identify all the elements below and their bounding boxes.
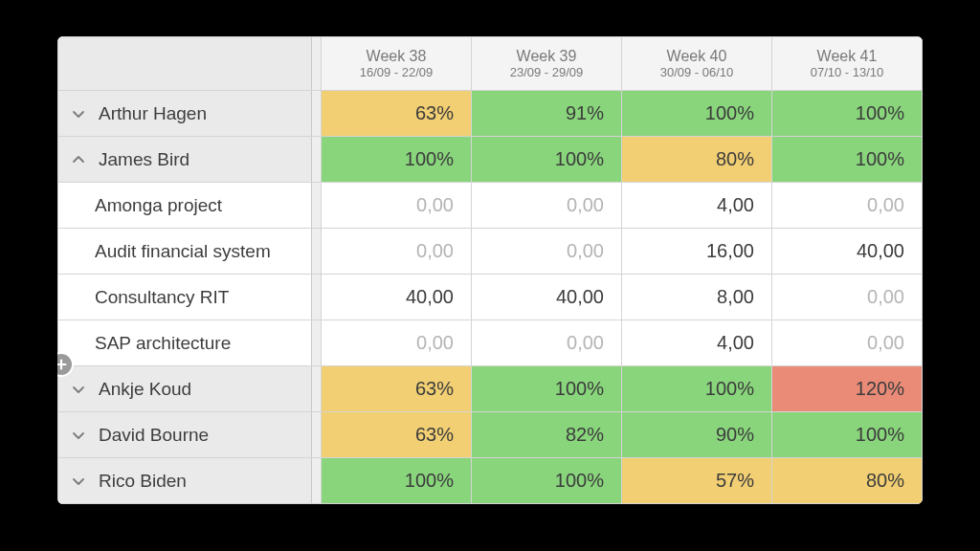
utilization-cell[interactable]: 100% <box>622 91 772 137</box>
person-name-label: Ankje Koud <box>99 379 191 400</box>
person-name-cell[interactable]: Rico Biden <box>58 458 312 504</box>
capacity-table: Week 38 16/09 - 22/09 Week 39 23/09 - 29… <box>57 36 923 504</box>
utilization-cell[interactable]: 100% <box>472 366 622 412</box>
project-name-label: Audit financial system <box>68 241 271 262</box>
person-row: Ankje Koud63%100%100%120% <box>58 366 923 412</box>
row-gutter <box>312 183 322 229</box>
hours-cell[interactable]: 0,00 <box>472 229 622 275</box>
person-name-cell[interactable]: David Bourne <box>58 412 312 458</box>
hours-cell[interactable]: 0,00 <box>772 275 923 320</box>
utilization-cell[interactable]: 100% <box>472 137 622 183</box>
hours-cell[interactable]: 0,00 <box>322 320 472 366</box>
hours-cell[interactable]: 8,00 <box>622 275 772 320</box>
hours-cell[interactable]: 0,00 <box>322 229 472 275</box>
chevron-down-icon[interactable] <box>68 425 89 446</box>
person-name-label: David Bourne <box>99 425 209 446</box>
hours-cell[interactable]: 4,00 <box>622 320 772 366</box>
header-week-2[interactable]: Week 40 30/09 - 06/10 <box>622 37 772 91</box>
person-name-label: Rico Biden <box>99 471 187 492</box>
person-row: Rico Biden100%100%57%80% <box>58 458 923 504</box>
project-row: Amonga project0,000,004,000,00 <box>58 183 923 229</box>
project-row: Consultancy RIT40,0040,008,000,00 <box>58 275 923 320</box>
person-name-cell[interactable]: Arthur Hagen <box>58 91 312 137</box>
capacity-planning-panel: Week 38 16/09 - 22/09 Week 39 23/09 - 29… <box>57 36 923 504</box>
utilization-cell[interactable]: 82% <box>472 412 622 458</box>
row-gutter <box>312 275 322 320</box>
row-gutter <box>312 366 322 412</box>
person-row: Arthur Hagen63%91%100%100% <box>58 91 923 137</box>
person-name-cell[interactable]: Ankje Koud <box>58 366 312 412</box>
header-name-column <box>58 37 312 91</box>
row-gutter <box>312 91 322 137</box>
project-name-cell: Amonga project <box>58 183 312 229</box>
person-name-label: James Bird <box>99 149 189 170</box>
hours-cell[interactable]: 0,00 <box>772 183 923 229</box>
row-gutter <box>312 229 322 275</box>
utilization-cell[interactable]: 80% <box>622 137 772 183</box>
row-gutter <box>312 412 322 458</box>
header-week-1[interactable]: Week 39 23/09 - 29/09 <box>472 37 622 91</box>
hours-cell[interactable]: 40,00 <box>772 229 923 275</box>
person-row: David Bourne63%82%90%100% <box>58 412 923 458</box>
hours-cell[interactable]: 0,00 <box>322 183 472 229</box>
utilization-cell[interactable]: 100% <box>322 137 472 183</box>
person-row: James Bird100%100%80%100% <box>58 137 923 183</box>
header-week-0[interactable]: Week 38 16/09 - 22/09 <box>322 37 472 91</box>
project-name-cell: Audit financial system <box>58 229 312 275</box>
utilization-cell[interactable]: 63% <box>322 412 472 458</box>
project-name-cell: Consultancy RIT <box>58 275 312 320</box>
project-row: SAP architecture 0,000,004,000,00 <box>58 320 923 366</box>
utilization-cell[interactable]: 63% <box>322 91 472 137</box>
utilization-cell[interactable]: 100% <box>772 412 923 458</box>
hours-cell[interactable]: 40,00 <box>322 275 472 320</box>
row-gutter <box>312 137 322 183</box>
utilization-cell[interactable]: 91% <box>472 91 622 137</box>
utilization-cell[interactable]: 100% <box>772 137 923 183</box>
hours-cell[interactable]: 40,00 <box>472 275 622 320</box>
hours-cell[interactable]: 0,00 <box>772 320 923 366</box>
hours-cell[interactable]: 0,00 <box>472 183 622 229</box>
chevron-down-icon[interactable] <box>68 379 89 400</box>
utilization-cell[interactable]: 100% <box>322 458 472 504</box>
utilization-cell[interactable]: 120% <box>772 366 923 412</box>
project-name-label: Amonga project <box>68 195 222 216</box>
hours-cell[interactable]: 0,00 <box>472 320 622 366</box>
utilization-cell[interactable]: 57% <box>622 458 772 504</box>
header-week-3[interactable]: Week 41 07/10 - 13/10 <box>772 37 923 91</box>
row-gutter <box>312 458 322 504</box>
project-name-cell: SAP architecture <box>58 320 312 366</box>
utilization-cell[interactable]: 100% <box>472 458 622 504</box>
hours-cell[interactable]: 16,00 <box>622 229 772 275</box>
utilization-cell[interactable]: 90% <box>622 412 772 458</box>
utilization-cell[interactable]: 63% <box>322 366 472 412</box>
utilization-cell[interactable]: 100% <box>622 366 772 412</box>
person-name-label: Arthur Hagen <box>99 103 207 124</box>
chevron-down-icon[interactable] <box>68 471 89 492</box>
project-name-label: Consultancy RIT <box>68 287 229 308</box>
header-gutter <box>312 37 322 91</box>
utilization-cell[interactable]: 100% <box>772 91 923 137</box>
hours-cell[interactable]: 4,00 <box>622 183 772 229</box>
chevron-down-icon[interactable] <box>68 103 89 124</box>
row-gutter <box>312 320 322 366</box>
project-name-label: SAP architecture <box>68 333 231 354</box>
person-name-cell[interactable]: James Bird <box>58 137 312 183</box>
project-row: Audit financial system0,000,0016,0040,00 <box>58 229 923 275</box>
utilization-cell[interactable]: 80% <box>772 458 923 504</box>
chevron-up-icon[interactable] <box>68 149 89 170</box>
